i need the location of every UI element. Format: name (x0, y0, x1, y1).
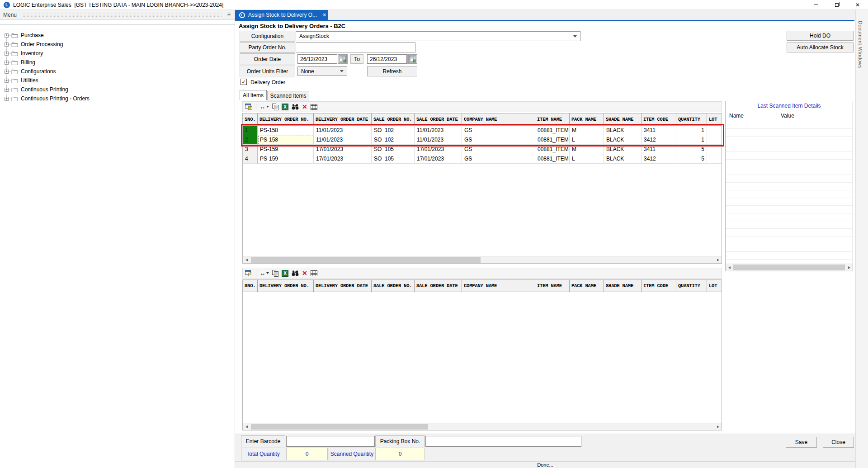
delete-icon[interactable]: ✕ (302, 103, 307, 111)
tab-close-icon[interactable]: ✕ (322, 12, 326, 18)
column-width-icon[interactable]: ↔ (259, 103, 269, 111)
tree-item[interactable]: + Utilities (0, 76, 235, 85)
scroll-left-arrow[interactable] (243, 423, 250, 430)
column-header[interactable]: LOT (707, 280, 722, 292)
column-header[interactable]: QUANTITY (676, 113, 707, 126)
scroll-thumb[interactable] (251, 424, 428, 430)
last-scanned-hscrollbar[interactable] (726, 264, 853, 271)
grid-cell-sno[interactable]: 4 (243, 154, 258, 164)
party-order-no-input[interactable] (296, 43, 415, 52)
expand-icon[interactable]: + (5, 33, 9, 38)
order-date-to-input[interactable] (367, 54, 407, 64)
restore-button[interactable] (826, 0, 847, 9)
grid-cell-item-code[interactable]: 3411 (642, 126, 676, 135)
export-excel-icon[interactable]: X (282, 269, 288, 277)
grid-cell-sale-order-date[interactable]: 11/01/2023 (415, 135, 462, 145)
minimize-button[interactable] (806, 0, 826, 9)
column-header[interactable]: ITEM CODE (642, 113, 676, 126)
grid-cell-company-name[interactable]: GS (462, 126, 535, 135)
grid-cell-quantity[interactable]: 1 (676, 135, 707, 145)
grid-row[interactable]: 1 PS-158 11/01/2023 SO 102 11/01/2023 GS… (243, 126, 722, 135)
scroll-thumb[interactable] (251, 257, 481, 263)
grid-cell-item-code[interactable]: 3412 (642, 135, 676, 145)
scroll-right-arrow[interactable] (845, 264, 853, 271)
grid-cell-company-name[interactable]: GS (462, 135, 535, 145)
expand-icon[interactable]: + (5, 52, 9, 56)
pin-icon[interactable] (226, 12, 231, 18)
value-column-header[interactable]: Value (777, 111, 853, 121)
column-header[interactable]: ITEM CODE (642, 280, 676, 292)
grid-cell-pack-name[interactable]: M (570, 145, 604, 154)
preview-window-icon[interactable] (245, 269, 253, 277)
column-header[interactable]: SHADE NAME (604, 280, 642, 292)
grid-cell-delivery-order-no[interactable]: PS-158 (258, 126, 314, 135)
grid-cell-sale-order-no[interactable]: SO 105 (372, 145, 415, 154)
expand-icon[interactable]: + (5, 88, 9, 92)
grid-cell-sno[interactable]: 3 (243, 145, 258, 154)
all-items-hscrollbar[interactable] (243, 256, 722, 263)
column-header[interactable]: DELIVERY ORDER NO. (258, 113, 314, 126)
scroll-left-arrow[interactable] (243, 256, 250, 263)
grid-row[interactable]: 4 PS-159 17/01/2023 SO 105 17/01/2023 GS… (243, 154, 722, 164)
column-header[interactable]: SNO. (243, 280, 258, 292)
column-header[interactable]: ITEM NAME (535, 280, 570, 292)
refresh-button[interactable]: Refresh (367, 66, 417, 76)
column-header[interactable]: SALE ORDER NO. (372, 280, 415, 292)
scroll-thumb[interactable] (733, 265, 845, 270)
tab-all-items[interactable]: All Items (240, 90, 267, 100)
grid-row[interactable]: 2 PS-158 11/01/2023 SO 102 11/01/2023 GS… (243, 135, 722, 145)
grid-view-icon[interactable] (311, 103, 317, 111)
grid-cell-pack-name[interactable]: L (570, 135, 604, 145)
grid-cell-sale-order-no[interactable]: SO 102 (372, 135, 415, 145)
grid-cell-item-name[interactable]: 00881_ITEM (535, 126, 570, 135)
expand-icon[interactable]: + (5, 43, 9, 47)
grid-cell-delivery-order-date[interactable]: 17/01/2023 (314, 145, 372, 154)
grid-cell-sno[interactable]: 1 (243, 126, 258, 135)
copy-icon[interactable] (272, 269, 278, 277)
grid-cell-item-name[interactable]: 00881_ITEM (535, 135, 570, 145)
order-date-from-calendar-button[interactable] (338, 54, 348, 64)
column-header[interactable]: SNO. (243, 113, 258, 126)
grid-cell-delivery-order-date[interactable]: 11/01/2023 (314, 135, 372, 145)
grid-cell-pack-name[interactable]: L (570, 154, 604, 164)
grid-cell-item-code[interactable]: 3411 (642, 145, 676, 154)
column-header[interactable]: DELIVERY ORDER NO. (258, 280, 314, 292)
packing-box-no-input[interactable] (425, 436, 581, 447)
expand-icon[interactable]: + (5, 79, 9, 83)
grid-cell-sale-order-no[interactable]: SO 102 (372, 126, 415, 135)
column-header[interactable]: SALE ORDER DATE (415, 280, 462, 292)
grid-cell-lot[interactable] (707, 145, 722, 154)
grid-view-icon[interactable] (311, 269, 317, 277)
delete-icon[interactable]: ✕ (302, 269, 307, 277)
auto-allocate-stock-button[interactable]: Auto Allocate Stock (787, 43, 854, 52)
order-date-from-input[interactable] (297, 54, 337, 64)
hold-do-button[interactable]: Hold DO (787, 31, 854, 41)
tab-scanned-items[interactable]: Scanned Items (267, 91, 309, 100)
column-header[interactable]: DELIVERY ORDER DATE (314, 113, 372, 126)
grid-cell-lot[interactable] (707, 126, 722, 135)
expand-icon[interactable]: + (5, 97, 9, 101)
tree-item[interactable]: + Order Processing (0, 40, 235, 49)
grid-cell-shade-name[interactable]: BLACK (604, 145, 642, 154)
close-button[interactable]: ✕ (847, 0, 868, 9)
tree-item[interactable]: + Billing (0, 58, 235, 67)
column-header[interactable]: PACK NAME (570, 113, 604, 126)
grid-cell-delivery-order-no[interactable]: PS-159 (258, 154, 314, 164)
document-tab[interactable]: L Assign Stock to Delivery O... ✕ (235, 10, 328, 20)
scroll-left-arrow[interactable] (726, 264, 733, 271)
grid-cell-lot[interactable] (707, 154, 722, 164)
tree-item[interactable]: + Continuous Printing - Orders (0, 94, 235, 103)
configuration-select[interactable]: AssignStock (296, 31, 580, 41)
document-windows-label[interactable]: Document Windows (858, 21, 863, 69)
scanned-items-hscrollbar[interactable] (243, 423, 722, 430)
grid-cell-delivery-order-date[interactable]: 17/01/2023 (314, 154, 372, 164)
find-icon[interactable] (292, 269, 299, 277)
tree-item[interactable]: + Continuous Printing (0, 85, 235, 94)
column-header[interactable]: ITEM NAME (535, 113, 570, 126)
preview-window-icon[interactable] (245, 103, 253, 111)
column-header[interactable]: SALE ORDER NO. (372, 113, 415, 126)
grid-cell-delivery-order-no[interactable]: PS-158 (258, 135, 314, 145)
grid-cell-shade-name[interactable]: BLACK (604, 135, 642, 145)
grid-cell-company-name[interactable]: GS (462, 145, 535, 154)
grid-cell-sno[interactable]: 2 (243, 135, 258, 145)
